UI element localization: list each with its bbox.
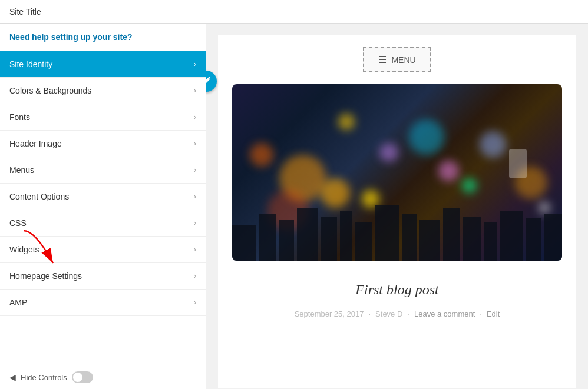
chevron-right-icon: › — [194, 192, 196, 201]
chevron-right-icon: › — [194, 139, 196, 148]
svg-rect-13 — [484, 222, 497, 261]
preview-menu-bar: ☰ MENU — [218, 35, 576, 84]
post-meta: September 25, 2017 · Steve D · Leave a c… — [218, 310, 576, 330]
sidebar-item-menus[interactable]: Menus › — [0, 157, 206, 184]
svg-rect-15 — [526, 218, 541, 261]
post-date: September 25, 2017 — [295, 310, 364, 318]
sidebar-item-label: CSS — [9, 218, 27, 228]
svg-rect-2 — [259, 214, 276, 261]
svg-rect-8 — [375, 205, 399, 261]
sidebar-item-widgets[interactable]: Widgets › — [0, 237, 206, 263]
sidebar-item-header-image[interactable]: Header Image › — [0, 131, 206, 157]
meta-separator-1: · — [368, 310, 371, 318]
chevron-right-icon: › — [194, 298, 196, 307]
homepage-settings-wrapper: Homepage Settings › — [0, 263, 206, 290]
svg-rect-1 — [232, 225, 256, 261]
sidebar-item-label: Content Options — [9, 192, 69, 201]
sidebar-item-site-identity[interactable]: Site Identity › — [0, 51, 206, 78]
sidebar-item-label: Widgets — [9, 245, 39, 254]
svg-rect-7 — [355, 222, 372, 261]
chevron-right-icon: › — [194, 219, 196, 227]
sidebar-item-label: Homepage Settings — [9, 271, 82, 281]
meta-separator-3: · — [480, 310, 482, 318]
sidebar-item-content-options[interactable]: Content Options › — [0, 184, 206, 210]
chevron-right-icon: › — [194, 272, 196, 280]
hide-controls-label: Hide Controls — [21, 373, 67, 382]
chevron-right-icon: › — [194, 60, 196, 68]
post-title-container: First blog post — [218, 282, 576, 310]
chevron-right-icon: › — [194, 245, 196, 254]
sidebar-item-fonts[interactable]: Fonts › — [0, 104, 206, 131]
preview-area: ☰ MENU — [206, 24, 588, 389]
edit-post-link[interactable]: Edit — [487, 310, 500, 318]
svg-rect-4 — [297, 208, 318, 261]
svg-rect-9 — [402, 214, 417, 261]
sidebar-item-label: Menus — [9, 165, 34, 175]
pencil-icon — [206, 77, 211, 86]
sidebar-item-homepage-settings[interactable]: Homepage Settings › — [0, 263, 206, 290]
top-bar: Site Title — [0, 0, 588, 24]
sidebar: Need help setting up your site? Site Ide… — [0, 24, 206, 389]
post-featured-image — [232, 84, 562, 261]
sidebar-item-label: Header Image — [9, 139, 62, 148]
svg-rect-6 — [340, 211, 352, 261]
help-link-container: Need help setting up your site? — [0, 24, 206, 51]
main-layout: Need help setting up your site? Site Ide… — [0, 24, 588, 389]
post-author: Steve D — [375, 310, 402, 318]
sidebar-item-label: Colors & Backgrounds — [9, 86, 91, 95]
post-image-container — [218, 84, 576, 282]
hide-controls-button[interactable]: ◀ Hide Controls — [9, 371, 93, 383]
sidebar-item-label: Site Identity — [9, 59, 52, 69]
chevron-right-icon: › — [194, 87, 196, 95]
post-title: First blog post — [227, 282, 567, 298]
reflection-shape — [509, 149, 527, 178]
left-arrow-icon: ◀ — [9, 373, 16, 382]
menu-label: MENU — [391, 55, 415, 65]
sidebar-item-colors-backgrounds[interactable]: Colors & Backgrounds › — [0, 78, 206, 104]
meta-separator-2: · — [407, 310, 409, 318]
svg-rect-14 — [500, 211, 523, 261]
leave-comment-link[interactable]: Leave a comment — [414, 310, 475, 318]
svg-rect-16 — [544, 214, 562, 261]
sidebar-item-amp[interactable]: AMP › — [0, 290, 206, 316]
sidebar-item-label: AMP — [9, 298, 27, 307]
help-link[interactable]: Need help setting up your site? — [9, 32, 132, 42]
sidebar-footer: ◀ Hide Controls — [0, 365, 206, 389]
svg-rect-12 — [463, 217, 481, 261]
hamburger-icon: ☰ — [378, 54, 387, 65]
chevron-right-icon: › — [194, 166, 196, 174]
svg-rect-11 — [443, 208, 460, 261]
svg-rect-10 — [419, 220, 440, 261]
chevron-right-icon: › — [194, 113, 196, 121]
sidebar-item-label: Fonts — [9, 112, 30, 122]
site-title: Site Title — [9, 7, 41, 16]
menu-button[interactable]: ☰ MENU — [363, 47, 431, 72]
preview-inner: ☰ MENU — [218, 35, 576, 388]
svg-rect-3 — [279, 220, 294, 261]
sidebar-item-css[interactable]: CSS › — [0, 210, 206, 237]
building-silhouette — [232, 190, 562, 261]
edit-fab-button[interactable] — [206, 71, 217, 92]
svg-rect-5 — [321, 217, 337, 261]
hide-controls-toggle[interactable] — [72, 371, 93, 383]
